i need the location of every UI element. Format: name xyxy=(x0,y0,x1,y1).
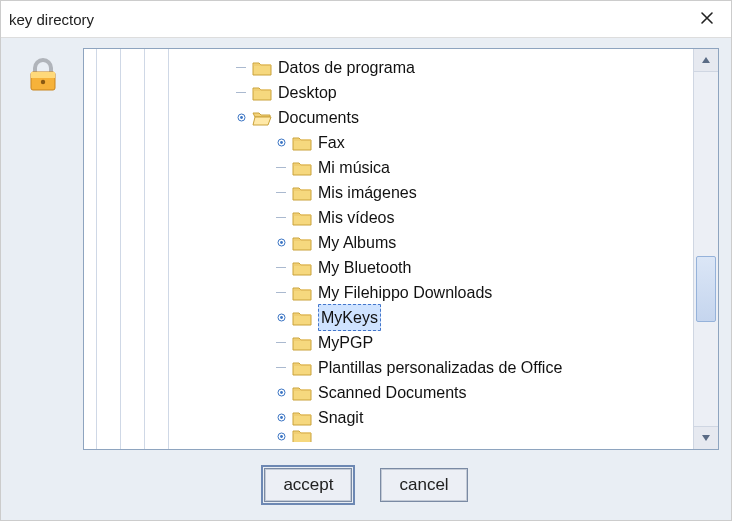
tree-branch-line xyxy=(274,336,288,350)
tree-item-misvid[interactable]: Mis vídeos xyxy=(84,205,693,230)
folder-closed-icon xyxy=(252,59,272,77)
expand-handle-icon[interactable] xyxy=(274,236,288,250)
tree-item-mybt[interactable]: My Bluetooth xyxy=(84,255,693,280)
dialog-window: key directory xyxy=(0,0,732,521)
close-icon xyxy=(700,11,714,28)
tree-item-scanned[interactable]: Scanned Documents xyxy=(84,380,693,405)
tree-item-documents[interactable]: Documents xyxy=(84,105,693,130)
svg-point-4 xyxy=(240,116,243,119)
tree-item-fax[interactable]: Fax xyxy=(84,130,693,155)
cancel-button[interactable]: cancel xyxy=(380,468,467,502)
expand-handle-icon[interactable] xyxy=(274,411,288,425)
tree-item-clipped xyxy=(84,430,693,442)
tree-branch-line xyxy=(274,211,288,225)
svg-point-2 xyxy=(41,80,45,84)
tree-item-label: Desktop xyxy=(278,80,337,105)
scroll-track[interactable] xyxy=(694,72,718,426)
folder-closed-icon xyxy=(292,234,312,252)
tree-item-label: MyKeys xyxy=(318,304,381,331)
main-row: Datos de programaDesktopDocumentsFaxMi m… xyxy=(1,38,731,456)
lock-icon xyxy=(23,54,63,97)
tree-item-mykeys[interactable]: MyKeys xyxy=(84,305,693,330)
folder-closed-icon xyxy=(292,209,312,227)
svg-point-6 xyxy=(280,141,283,144)
tree-item-myalbums[interactable]: My Albums xyxy=(84,230,693,255)
scroll-down-icon xyxy=(701,430,711,446)
close-button[interactable] xyxy=(693,5,721,33)
svg-point-8 xyxy=(280,241,283,244)
folder-closed-icon xyxy=(292,259,312,277)
accept-button[interactable]: accept xyxy=(264,468,352,502)
svg-point-14 xyxy=(280,416,283,419)
expand-handle-icon[interactable] xyxy=(274,136,288,150)
folder-closed-icon xyxy=(292,359,312,377)
tree-item-label: MyPGP xyxy=(318,330,373,355)
dialog-title: key directory xyxy=(9,11,94,28)
tree-item-mypgp[interactable]: MyPGP xyxy=(84,330,693,355)
tree-item-snagit[interactable]: Snagit xyxy=(84,405,693,430)
tree-item-mimusica[interactable]: Mi música xyxy=(84,155,693,180)
svg-point-12 xyxy=(280,391,283,394)
tree-item-label: Mi música xyxy=(318,155,390,180)
tree-item-label: Datos de programa xyxy=(278,55,415,80)
expand-handle-icon[interactable] xyxy=(274,386,288,400)
expand-handle-icon[interactable] xyxy=(274,311,288,325)
button-row: accept cancel xyxy=(1,456,731,520)
tree-item-label: Plantillas personalizadas de Office xyxy=(318,355,562,380)
tree-item-label: My Albums xyxy=(318,230,396,255)
tree-branch-line xyxy=(274,161,288,175)
folder-closed-icon xyxy=(292,159,312,177)
tree-item-label: Mis vídeos xyxy=(318,205,394,230)
scroll-thumb[interactable] xyxy=(696,256,716,322)
svg-point-16 xyxy=(280,435,283,438)
tree-branch-line xyxy=(274,286,288,300)
folder-open-icon xyxy=(252,109,272,127)
tree-item-myfhdl[interactable]: My Filehippo Downloads xyxy=(84,280,693,305)
folder-closed-icon xyxy=(292,334,312,352)
titlebar: key directory xyxy=(1,1,731,38)
folder-tree: Datos de programaDesktopDocumentsFaxMi m… xyxy=(84,49,693,448)
svg-point-10 xyxy=(280,316,283,319)
tree-item-misimg[interactable]: Mis imágenes xyxy=(84,180,693,205)
tree-item-label: Mis imágenes xyxy=(318,180,417,205)
folder-closed-icon xyxy=(292,409,312,427)
folder-closed-icon xyxy=(292,430,312,442)
scroll-up-icon xyxy=(701,52,711,68)
folder-closed-icon xyxy=(292,384,312,402)
folder-closed-icon xyxy=(252,84,272,102)
folder-closed-icon xyxy=(292,309,312,327)
tree-item-datos[interactable]: Datos de programa xyxy=(84,55,693,80)
tree-item-label: My Bluetooth xyxy=(318,255,411,280)
tree-item-label: Documents xyxy=(278,105,359,130)
folder-closed-icon xyxy=(292,134,312,152)
lock-column xyxy=(13,48,73,450)
scroll-down-button[interactable] xyxy=(694,426,718,449)
tree-branch-line xyxy=(234,86,248,100)
expand-handle-icon xyxy=(274,430,288,442)
tree-item-plantillas[interactable]: Plantillas personalizadas de Office xyxy=(84,355,693,380)
svg-rect-1 xyxy=(31,72,55,78)
tree-item-label: Scanned Documents xyxy=(318,380,467,405)
tree-item-label: My Filehippo Downloads xyxy=(318,280,492,305)
scroll-up-button[interactable] xyxy=(694,49,718,72)
folder-closed-icon xyxy=(292,184,312,202)
expand-handle-icon[interactable] xyxy=(234,111,248,125)
tree-branch-line xyxy=(234,61,248,75)
tree-panel: Datos de programaDesktopDocumentsFaxMi m… xyxy=(83,48,719,450)
tree-branch-line xyxy=(274,186,288,200)
tree-branch-line xyxy=(274,361,288,375)
tree-item-desktop[interactable]: Desktop xyxy=(84,80,693,105)
tree-viewport[interactable]: Datos de programaDesktopDocumentsFaxMi m… xyxy=(84,49,693,449)
folder-closed-icon xyxy=(292,284,312,302)
tree-branch-line xyxy=(274,261,288,275)
tree-item-label: Snagit xyxy=(318,405,363,430)
vertical-scrollbar[interactable] xyxy=(693,49,718,449)
dialog-body: Datos de programaDesktopDocumentsFaxMi m… xyxy=(1,38,731,520)
tree-item-label: Fax xyxy=(318,130,345,155)
